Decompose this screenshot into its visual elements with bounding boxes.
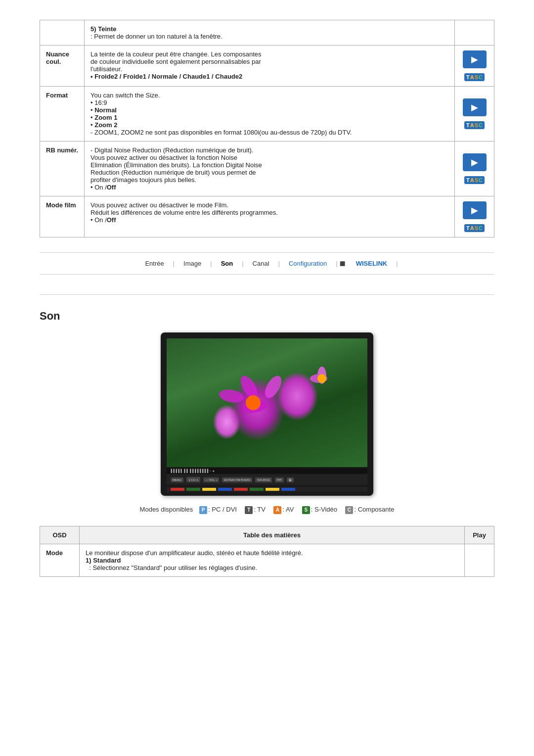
mode-film-monitor-icon (463, 201, 487, 219)
mode-film-tasc-badge: T A S C (464, 224, 485, 232)
nav-son[interactable]: Son (212, 258, 242, 269)
rb-numér-row: RB numér. - Digital Noise Reduction (Réd… (40, 142, 494, 196)
flower2-center (317, 374, 326, 383)
mode-film-icon-wrapper: T A S C (461, 201, 488, 232)
rb-monitor-icon (463, 153, 487, 171)
mf-tasc-s: S (475, 225, 478, 231)
flower-background (167, 338, 367, 467)
format-tasc-a: A (470, 122, 474, 128)
mf-tasc-t: T (466, 225, 470, 231)
nav-logo-icon: ⬛ (340, 261, 345, 266)
col-header-table: Table des matières (80, 526, 465, 544)
teinte-header-row: 5) Teinte : Permet de donner un ton natu… (40, 20, 494, 46)
format-icon-cell: T A S C (455, 87, 494, 142)
rb-tasc-s: S (475, 177, 478, 183)
tv-info-bar: ▐▐▐▐▐ ▐▐ ▐▐▐▐▐▐▐▐ ○ ● (167, 468, 367, 473)
col-header-play: Play (465, 526, 494, 544)
nav-configuration[interactable]: Configuration (280, 258, 336, 269)
bottom-table: OSD Table des matières Play Mode Le moni… (40, 526, 494, 577)
format-row: Format You can switch the Size. • 16:9 •… (40, 87, 494, 142)
nuance-content: La teinte de la couleur peut être changé… (85, 46, 455, 87)
rb-tasc-t: T (466, 177, 470, 183)
monitor-icon (463, 50, 487, 68)
son-title: Son (40, 310, 494, 323)
tv-info-text: ▐▐▐▐▐ ▐▐ ▐▐▐▐▐▐▐▐ ○ ● (170, 469, 215, 472)
format-label: Format (40, 87, 85, 142)
teinte-title: 5) Teinte (90, 25, 117, 33)
nuance-row: Nuancecoul. La teinte de la couleur peut… (40, 46, 494, 87)
mode-film-label: Mode film (40, 196, 85, 237)
nav-image[interactable]: Image (175, 258, 210, 269)
tasc-s: S (475, 74, 478, 80)
format-tasc-t: T (466, 122, 470, 128)
rb-content: - Digital Noise Reduction (Réduction num… (85, 142, 455, 196)
nav-sep-6: | (396, 260, 398, 267)
tasc-c: C (479, 74, 483, 80)
color-btn-blue-1 (218, 488, 232, 491)
rb-tasc-badge: T A S C (464, 176, 485, 184)
color-btn-red-1 (171, 488, 184, 491)
nuance-label: Nuancecoul. (40, 46, 85, 87)
teinte-content: 5) Teinte : Permet de donner un ton natu… (85, 20, 455, 46)
son-section: Son ▐▐▐▐▐ ▐▐ ▐▐▐▐▐▐▐▐ ○ ● (40, 310, 494, 514)
color-btn-yellow-1 (202, 488, 216, 491)
mode-badge-s: S (302, 506, 310, 514)
mode-badge-a: A (273, 506, 281, 514)
nav-entree[interactable]: Entrée (136, 258, 173, 269)
tv-controls: MENU ∨ CH ∧ — VOL + ENTER/ FM RADIO SOUR… (167, 474, 367, 485)
color-btn-red-2 (234, 488, 248, 491)
mode-badge-p: P (199, 506, 207, 514)
btn-ch-down[interactable]: ∨ CH ∧ (186, 477, 200, 482)
format-monitor-icon (463, 98, 487, 116)
mode-film-icon-cell: T A S C (455, 196, 494, 237)
rb-label: RB numér. (40, 142, 85, 196)
mf-tasc-c: C (479, 225, 483, 231)
mode-badge-c: C (345, 506, 353, 514)
color-btn-blue-2 (281, 488, 295, 491)
color-btn-yellow-2 (266, 488, 279, 491)
mode-badge-t: T (245, 506, 253, 514)
btn-vol[interactable]: — VOL + (203, 477, 220, 482)
flower-center (246, 395, 261, 410)
mode-content: Le moniteur dispose d'un amplificateur a… (80, 544, 465, 576)
btn-source[interactable]: SOURCE (255, 477, 272, 482)
flower-2 (308, 364, 337, 394)
nuance-icon-wrapper: T A S C (461, 50, 488, 81)
mode-film-content: Vous pouvez activer ou désactiver le mod… (85, 196, 455, 237)
tv-frame: ▐▐▐▐▐ ▐▐ ▐▐▐▐▐▐▐▐ ○ ● MENU ∨ CH ∧ — VOL … (161, 332, 373, 496)
format-content: You can switch the Size. • 16:9 • Normal… (85, 87, 455, 142)
rb-icon-cell: T A S C (455, 142, 494, 196)
tv-screen (167, 338, 367, 467)
nav-wiselink[interactable]: WISELINK (347, 258, 397, 269)
mode-osd-label: Mode (40, 544, 80, 576)
col-header-osd: OSD (40, 526, 80, 544)
nav-sep-5: | (336, 260, 337, 267)
format-tasc-c: C (479, 122, 483, 128)
rb-tasc-c: C (479, 177, 483, 183)
mode-play-cell (465, 544, 494, 576)
tasc-badge: T A S C (464, 73, 485, 81)
color-btn-green-2 (250, 488, 264, 491)
color-btn-green-1 (186, 488, 200, 491)
format-icon-wrapper: T A S C (461, 98, 488, 129)
features-table: 5) Teinte : Permet de donner un ton natu… (40, 20, 494, 237)
section-divider (40, 294, 494, 295)
teinte-label-cell (40, 20, 85, 46)
btn-power[interactable]: ⏻ (287, 477, 294, 482)
mode-row: Mode Le moniteur dispose d'un amplificat… (40, 544, 494, 576)
teinte-body: : Permet de donner un ton naturel à la f… (90, 33, 222, 40)
nav-canal[interactable]: Canal (244, 258, 278, 269)
tasc-t: T (466, 74, 470, 80)
mode-film-row: Mode film Vous pouvez activer ou désacti… (40, 196, 494, 237)
mf-tasc-a: A (470, 225, 474, 231)
btn-menu[interactable]: MENU (171, 477, 183, 482)
modes-line: Modes disponibles P: PC / DVI T: TV A: A… (40, 506, 494, 514)
btn-pip[interactable]: PIP (275, 477, 284, 482)
rb-icon-wrapper: T A S C (461, 153, 488, 184)
tv-container: ▐▐▐▐▐ ▐▐ ▐▐▐▐▐▐▐▐ ○ ● MENU ∨ CH ∧ — VOL … (40, 332, 494, 496)
format-tasc-s: S (475, 122, 478, 128)
modes-label: Modes disponibles (140, 506, 193, 513)
btn-enter-fm[interactable]: ENTER/ FM RADIO (222, 477, 252, 482)
bottom-table-header: OSD Table des matières Play (40, 526, 494, 544)
tv-color-buttons (167, 487, 367, 492)
